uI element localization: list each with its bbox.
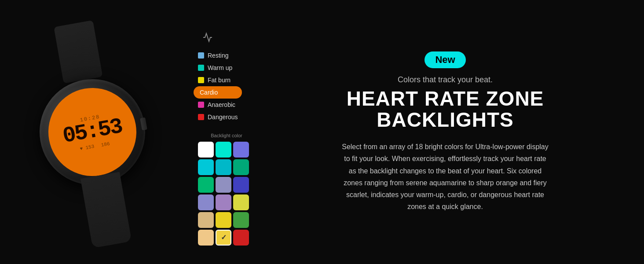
palette-label: Backlight color [198,133,255,138]
palette-cell-12[interactable] [198,212,214,228]
title-line1: HEART RATE ZONE [347,87,544,110]
zone-item-fat-burn[interactable]: Fat burn [194,74,246,86]
zone-label: Fat burn [208,77,231,84]
watch-ring: 10:28 05:53 ♥ 153 186 [31,71,154,193]
title-line2: BACKLIGHTS [377,108,514,131]
watch-crown [140,117,147,131]
color-grid-container: Backlight color [194,124,255,246]
watch-strap-bottom [80,172,132,248]
palette-cell-8[interactable] [233,177,249,193]
palette-cell-10[interactable] [216,194,231,210]
zone-label: Warm up [208,64,232,71]
watch-strap-top [54,20,102,84]
palette-cell-17[interactable] [233,230,249,246]
zone-item-cardio[interactable]: Cardio [194,86,242,99]
zone-item-dangerous[interactable]: Dangerous [194,111,246,123]
heart-rate-icon [202,32,255,45]
palette-cell-6[interactable] [198,177,214,193]
palette-cell-5[interactable] [233,159,249,175]
palette-cell-4[interactable] [216,159,231,175]
zone-label: Anaerobic [208,101,235,108]
watch-visual: 10:28 05:53 ♥ 153 186 [7,8,177,256]
zone-label: Resting [208,52,228,59]
zone-color-swatch [198,114,204,120]
palette-cell-7[interactable] [216,177,231,193]
description: Select from an array of 18 bright colors… [340,141,551,213]
zone-color-swatch [198,52,204,59]
page-container: 10:28 05:53 ♥ 153 186 [0,0,644,264]
watch-time-main: 05:53 [61,116,123,146]
content-section: New Colors that track your beat. HEART R… [255,34,644,231]
tagline: Colors that track your beat. [398,75,493,84]
palette-cell-13[interactable] [216,212,231,228]
zone-label: Cardio [200,89,218,96]
zones-container: RestingWarm upFat burnCardioAnaerobicDan… [185,19,255,246]
watch-stat-steps: 186 [101,141,110,147]
palette-cell-15[interactable] [198,230,214,246]
new-badge: New [424,51,465,68]
palette-cell-0[interactable] [198,142,214,158]
zone-item-anaerobic[interactable]: Anaerobic [194,99,246,111]
left-panel: RestingWarm upFat burnCardioAnaerobicDan… [185,19,255,246]
palette-cell-16[interactable] [216,230,231,246]
zone-item-warm-up[interactable]: Warm up [194,62,246,74]
palette-cell-3[interactable] [198,159,214,175]
zone-color-swatch [198,65,204,71]
palette-cell-2[interactable] [233,142,249,158]
palette-cell-9[interactable] [198,194,214,210]
palette-cell-11[interactable] [233,194,249,210]
zone-color-swatch [198,102,204,108]
palette-grid [198,142,255,246]
palette-cell-14[interactable] [233,212,249,228]
zone-label: Dangerous [208,114,238,121]
watch-face: 10:28 05:53 ♥ 153 186 [41,81,143,183]
watch-section: 10:28 05:53 ♥ 153 186 [0,0,185,264]
palette-cell-1[interactable] [216,142,231,158]
zones-list: RestingWarm upFat burnCardioAnaerobicDan… [194,49,255,123]
zone-color-swatch [198,77,204,83]
main-title: HEART RATE ZONE BACKLIGHTS [347,88,544,131]
zone-item-resting[interactable]: Resting [194,49,246,62]
